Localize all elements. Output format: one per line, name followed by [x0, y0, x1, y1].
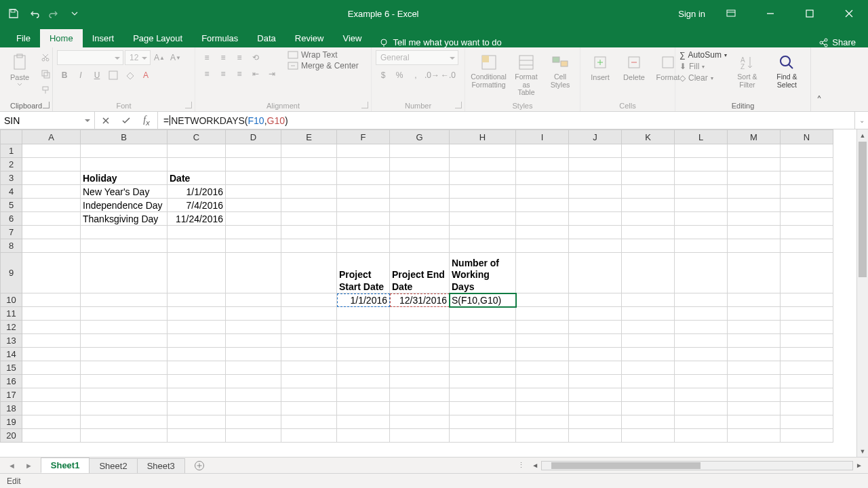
- cell-C4[interactable]: 1/1/2016: [167, 185, 226, 199]
- cell-B9[interactable]: [81, 253, 167, 293]
- cell-I13[interactable]: [516, 334, 569, 348]
- cell-E15[interactable]: [281, 361, 337, 375]
- tab-view[interactable]: View: [333, 29, 371, 47]
- borders-button[interactable]: [106, 68, 121, 83]
- cell-M16[interactable]: [728, 375, 781, 388]
- cell-J17[interactable]: [569, 388, 622, 402]
- col-header-C[interactable]: C: [167, 130, 226, 144]
- cell-M14[interactable]: [728, 348, 781, 361]
- cell-K15[interactable]: [622, 361, 675, 375]
- cell-J14[interactable]: [569, 348, 622, 361]
- cell-A6[interactable]: [22, 212, 81, 226]
- row-header-13[interactable]: 13: [1, 334, 22, 348]
- row-header-14[interactable]: 14: [1, 348, 22, 361]
- cell-K7[interactable]: [622, 226, 675, 239]
- cell-F16[interactable]: [337, 375, 390, 388]
- sheet-tab-3[interactable]: Sheet3: [137, 458, 185, 473]
- cell-J5[interactable]: [569, 199, 622, 212]
- orientation-button[interactable]: ⟲: [248, 50, 263, 65]
- number-format-combo[interactable]: General: [376, 50, 458, 65]
- cell-N19[interactable]: [781, 415, 833, 429]
- cell-B19[interactable]: [81, 415, 167, 429]
- cell-B18[interactable]: [81, 402, 167, 415]
- cell-B1[interactable]: [81, 144, 167, 158]
- cell-J1[interactable]: [569, 144, 622, 158]
- cell-D10[interactable]: [226, 293, 281, 307]
- cell-K18[interactable]: [622, 402, 675, 415]
- cell-J18[interactable]: [569, 402, 622, 415]
- cell-G4[interactable]: [390, 185, 450, 199]
- cell-E6[interactable]: [281, 212, 337, 226]
- share-button[interactable]: Share: [818, 37, 856, 47]
- format-as-table-button[interactable]: Format as Table: [511, 50, 542, 100]
- cell-C2[interactable]: [167, 158, 226, 171]
- cell-B8[interactable]: [81, 239, 167, 253]
- cell-H12[interactable]: [450, 321, 516, 334]
- cell-N6[interactable]: [781, 212, 833, 226]
- cell-F12[interactable]: [337, 321, 390, 334]
- cell-C6[interactable]: 11/24/2016: [167, 212, 226, 226]
- clipboard-dialog-launcher[interactable]: [43, 102, 50, 108]
- cell-K16[interactable]: [622, 375, 675, 388]
- cell-H19[interactable]: [450, 415, 516, 429]
- cell-J10[interactable]: [569, 293, 622, 307]
- cell-K19[interactable]: [622, 415, 675, 429]
- cell-J9[interactable]: [569, 253, 622, 293]
- cell-D8[interactable]: [226, 239, 281, 253]
- cell-C16[interactable]: [167, 375, 226, 388]
- cell-N20[interactable]: [781, 429, 833, 443]
- cell-E10[interactable]: [281, 293, 337, 307]
- cell-I17[interactable]: [516, 388, 569, 402]
- cell-N9[interactable]: [781, 253, 833, 293]
- row-header-18[interactable]: 18: [1, 402, 22, 415]
- cell-L3[interactable]: [675, 171, 728, 185]
- col-header-D[interactable]: D: [226, 130, 281, 144]
- row-header-10[interactable]: 10: [1, 293, 22, 307]
- cell-K2[interactable]: [622, 158, 675, 171]
- cell-C5[interactable]: 7/4/2016: [167, 199, 226, 212]
- vertical-scrollbar[interactable]: ▲ ▼: [856, 129, 868, 457]
- cell-N12[interactable]: [781, 321, 833, 334]
- col-header-F[interactable]: F: [337, 130, 390, 144]
- col-header-I[interactable]: I: [516, 130, 569, 144]
- cell-K11[interactable]: [622, 307, 675, 321]
- cell-N7[interactable]: [781, 226, 833, 239]
- cell-N8[interactable]: [781, 239, 833, 253]
- cell-G8[interactable]: [390, 239, 450, 253]
- cell-C15[interactable]: [167, 361, 226, 375]
- cell-G2[interactable]: [390, 158, 450, 171]
- cell-F17[interactable]: [337, 388, 390, 402]
- cell-H11[interactable]: [450, 307, 516, 321]
- cell-F10[interactable]: 1/1/2016: [337, 293, 390, 307]
- cell-F1[interactable]: [337, 144, 390, 158]
- cancel-formula-button[interactable]: [98, 113, 114, 128]
- cell-A5[interactable]: [22, 199, 81, 212]
- cell-E5[interactable]: [281, 199, 337, 212]
- cell-E11[interactable]: [281, 307, 337, 321]
- cell-F11[interactable]: [337, 307, 390, 321]
- col-header-L[interactable]: L: [675, 130, 728, 144]
- col-header-E[interactable]: E: [281, 130, 337, 144]
- cell-N2[interactable]: [781, 158, 833, 171]
- cell-A8[interactable]: [22, 239, 81, 253]
- font-size-combo[interactable]: 12: [125, 50, 151, 65]
- cell-F13[interactable]: [337, 334, 390, 348]
- save-icon[interactable]: [7, 7, 20, 20]
- row-header-2[interactable]: 2: [1, 158, 22, 171]
- cell-E20[interactable]: [281, 429, 337, 443]
- cell-L16[interactable]: [675, 375, 728, 388]
- col-header-J[interactable]: J: [569, 130, 622, 144]
- cell-G5[interactable]: [390, 199, 450, 212]
- cell-G6[interactable]: [390, 212, 450, 226]
- autosum-button[interactable]: ∑AutoSum ▾: [679, 50, 727, 60]
- cell-I14[interactable]: [516, 348, 569, 361]
- cell-M17[interactable]: [728, 388, 781, 402]
- row-header-3[interactable]: 3: [1, 171, 22, 185]
- cell-A19[interactable]: [22, 415, 81, 429]
- delete-cells-button[interactable]: Delete: [618, 50, 650, 84]
- cell-F19[interactable]: [337, 415, 390, 429]
- cell-N14[interactable]: [781, 348, 833, 361]
- cell-H14[interactable]: [450, 348, 516, 361]
- cell-H16[interactable]: [450, 375, 516, 388]
- cell-D20[interactable]: [226, 429, 281, 443]
